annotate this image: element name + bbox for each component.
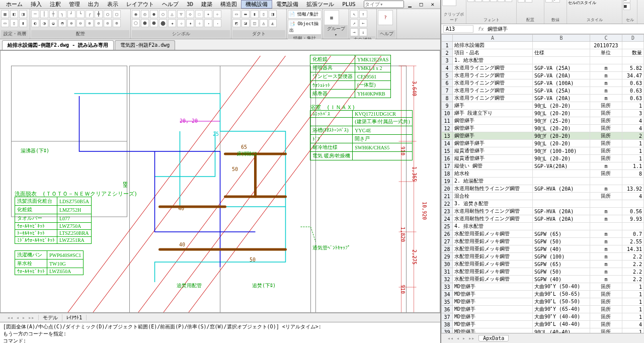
duct-tool-icon[interactable]: ◬ bbox=[260, 19, 268, 27]
pipe-tool-icon[interactable]: └ bbox=[76, 10, 85, 18]
pipe-tool-icon[interactable]: ┐ bbox=[58, 10, 66, 18]
percent-button[interactable]: % bbox=[545, 0, 552, 3]
sheet-grid[interactable]: ABCD1給排水設備図201107232項目・品名仕様単位数量31. 給水配管4… bbox=[441, 34, 644, 333]
sym-tool-icon[interactable]: ☐ bbox=[195, 10, 203, 18]
sym-tool-icon[interactable]: ○ bbox=[159, 10, 167, 18]
paste-button[interactable] bbox=[442, 0, 456, 6]
tool-icon[interactable]: ◧ bbox=[10, 10, 18, 18]
menu-arch[interactable]: 建築 bbox=[197, 1, 216, 8]
sym-tool-icon[interactable]: ⬪ bbox=[213, 19, 221, 27]
doc-tab-1[interactable]: 給排水設備図-例題F2.dwg - 読み込み専用 bbox=[2, 40, 114, 50]
object-extract-button[interactable]: 📑 Object抽出 bbox=[288, 20, 321, 35]
menu-elec[interactable]: 電気設備 bbox=[272, 1, 302, 8]
menu-manage[interactable]: 管理 bbox=[65, 1, 84, 8]
fx-icon[interactable]: fx bbox=[475, 26, 486, 32]
pipe-tool-icon[interactable]: ┘ bbox=[67, 10, 75, 18]
duct-tool-icon[interactable]: ◨ bbox=[269, 10, 277, 18]
sym-tool-icon[interactable]: ⬧ bbox=[186, 19, 194, 27]
duct-tool-icon[interactable]: ◩ bbox=[232, 19, 240, 27]
menu-plus[interactable]: PLUS bbox=[338, 1, 360, 8]
model-tab[interactable]: モデル bbox=[39, 314, 62, 321]
pipe-tool-icon[interactable]: ◯ bbox=[104, 10, 112, 18]
tool-icon[interactable]: ▭ bbox=[1, 19, 9, 27]
duct-tool-icon[interactable]: ◫ bbox=[251, 19, 259, 27]
menu-view[interactable]: 表示 bbox=[103, 1, 122, 8]
sym-tool-icon[interactable]: ⬣ bbox=[150, 19, 158, 27]
tool-icon[interactable]: ▦ bbox=[1, 10, 9, 18]
pipe-tool-icon[interactable]: │ bbox=[40, 10, 48, 18]
formula-input[interactable] bbox=[486, 26, 644, 32]
pipe-tool-icon[interactable]: ⊘ bbox=[95, 19, 103, 27]
pipe-tool-icon[interactable]: ─ bbox=[31, 10, 39, 18]
name-box[interactable] bbox=[443, 25, 473, 33]
sheet-tab[interactable]: ApxData bbox=[478, 335, 509, 341]
tool-icon[interactable]: ◨ bbox=[19, 10, 27, 18]
duct-tool-icon[interactable]: ▬ bbox=[242, 10, 250, 18]
sym-tool-icon[interactable]: ⬦ bbox=[177, 19, 185, 27]
sym-tool-icon[interactable]: ⬡ bbox=[132, 19, 140, 27]
border-button[interactable]: ▦ bbox=[490, 0, 497, 2]
duct-tool-icon[interactable]: ▭ bbox=[232, 10, 240, 18]
menu-annotate[interactable]: 注釈 bbox=[46, 1, 65, 8]
italic-button[interactable]: I bbox=[475, 0, 482, 2]
doc-tab-2[interactable]: 電気図-例題F2a.dwg bbox=[115, 40, 175, 50]
min-icon[interactable]: ▁ bbox=[404, 1, 416, 8]
dir-tool-icon[interactable]: ↖ bbox=[350, 10, 358, 18]
sym-tool-icon[interactable]: ▽ bbox=[177, 10, 185, 18]
sym-tool-icon[interactable]: ⬩ bbox=[204, 19, 212, 27]
menu-output[interactable]: 出力 bbox=[84, 1, 103, 8]
sym-tool-icon[interactable]: ✧ bbox=[213, 10, 221, 18]
close-icon[interactable]: ✕ bbox=[427, 1, 438, 8]
duct-tool-icon[interactable]: ▮ bbox=[251, 10, 259, 18]
format-cell-button[interactable]: ▦ bbox=[623, 3, 630, 10]
sym-tool-icon[interactable]: ◉ bbox=[132, 10, 140, 18]
font-color-button[interactable]: A bbox=[505, 0, 512, 2]
pipe-tool-icon[interactable]: ◒ bbox=[49, 19, 57, 27]
bold-button[interactable]: B bbox=[467, 0, 474, 2]
pipe-tool-icon[interactable]: ┌ bbox=[86, 10, 94, 18]
max-icon[interactable]: □ bbox=[416, 1, 427, 8]
cell-style-button[interactable]: セルのスタイル bbox=[568, 0, 612, 6]
sym-tool-icon[interactable]: ● bbox=[150, 10, 158, 18]
sym-tool-icon[interactable]: ◎ bbox=[141, 10, 149, 18]
menu-help[interactable]: ヘルプ bbox=[158, 1, 183, 8]
layout-tab[interactable]: ﾚｲｱｳﾄ1 bbox=[62, 315, 87, 320]
info-list-button[interactable]: 📄 情報/集計 bbox=[288, 10, 321, 19]
pipe-tool-icon[interactable]: ◑ bbox=[40, 19, 48, 27]
pipe-tool-icon[interactable]: ⊚ bbox=[113, 19, 121, 27]
dir-tool-icon[interactable]: ↑ bbox=[359, 10, 367, 18]
menu-layout[interactable]: レイアウト bbox=[122, 1, 158, 8]
dir-tool-icon[interactable]: → bbox=[350, 28, 358, 36]
comma-button[interactable]: , bbox=[553, 0, 560, 3]
pipe-tool-icon[interactable]: ◐ bbox=[31, 19, 39, 27]
pipe-tool-icon[interactable]: ⊗ bbox=[86, 19, 94, 27]
duct-tool-icon[interactable]: ◪ bbox=[242, 19, 250, 27]
type-search[interactable] bbox=[364, 1, 404, 8]
pipe-tool-icon[interactable]: ╋ bbox=[95, 10, 103, 18]
sym-tool-icon[interactable]: ◇ bbox=[186, 10, 194, 18]
menu-insert[interactable]: 挿入 bbox=[27, 1, 46, 8]
dir-tool-icon[interactable]: ↓ bbox=[359, 28, 367, 36]
group-button[interactable]: ▦ bbox=[324, 10, 339, 25]
tool-icon[interactable]: ▮ bbox=[19, 19, 27, 27]
pipe-tool-icon[interactable]: ▢ bbox=[113, 10, 121, 18]
menu-ext[interactable]: 拡張ツール bbox=[302, 1, 338, 8]
sym-tool-icon[interactable]: ⬢ bbox=[141, 19, 149, 27]
underline-button[interactable]: U bbox=[482, 0, 490, 2]
pipe-tool-icon[interactable]: ◓ bbox=[58, 19, 66, 27]
pipe-tool-icon[interactable]: ⊕ bbox=[67, 19, 75, 27]
delete-cell-button[interactable]: ▦ bbox=[623, 0, 630, 3]
align-button[interactable]: ⇥ bbox=[518, 0, 525, 3]
fill-button[interactable]: ▨ bbox=[498, 0, 505, 2]
sym-tool-icon[interactable]: ⬥ bbox=[168, 19, 176, 27]
duct-tool-icon[interactable]: ▯ bbox=[260, 10, 268, 18]
menu-struct[interactable]: 構造図 bbox=[216, 1, 241, 8]
pipe-tool-icon[interactable]: ┼ bbox=[49, 10, 57, 18]
menu-mech[interactable]: 機械設備 bbox=[241, 0, 272, 9]
command-input[interactable] bbox=[28, 337, 437, 343]
sym-tool-icon[interactable]: ✦ bbox=[204, 10, 212, 18]
duct-tool-icon[interactable]: ◭ bbox=[269, 19, 277, 27]
tool-icon[interactable]: ▯ bbox=[10, 19, 18, 27]
dir-tool-icon[interactable]: ↗ bbox=[350, 19, 358, 27]
menu-home[interactable]: ホーム bbox=[2, 1, 27, 8]
